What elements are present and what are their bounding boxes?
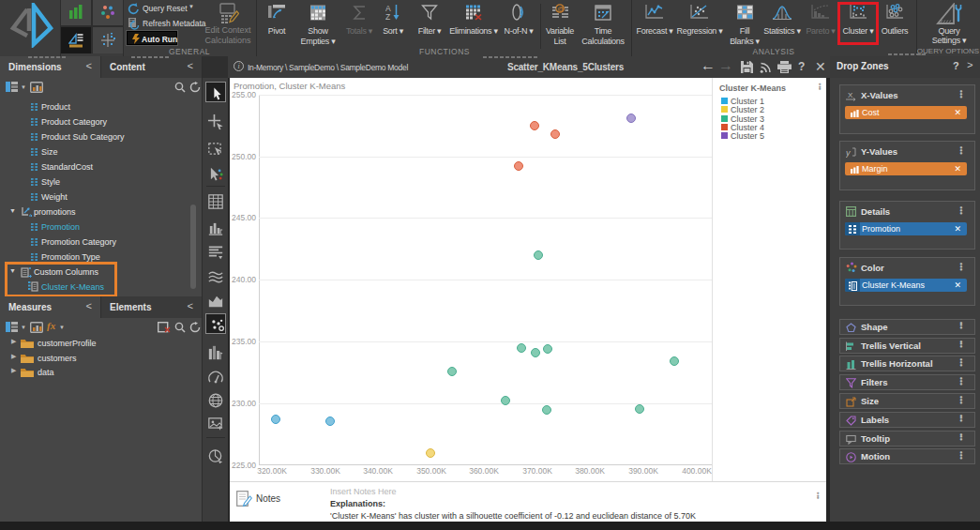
svg-text:X: X — [848, 91, 853, 99]
svg-text:y: y — [846, 148, 851, 158]
svg-text:Z: Z — [385, 12, 390, 21]
svg-text:@: @ — [557, 5, 564, 13]
